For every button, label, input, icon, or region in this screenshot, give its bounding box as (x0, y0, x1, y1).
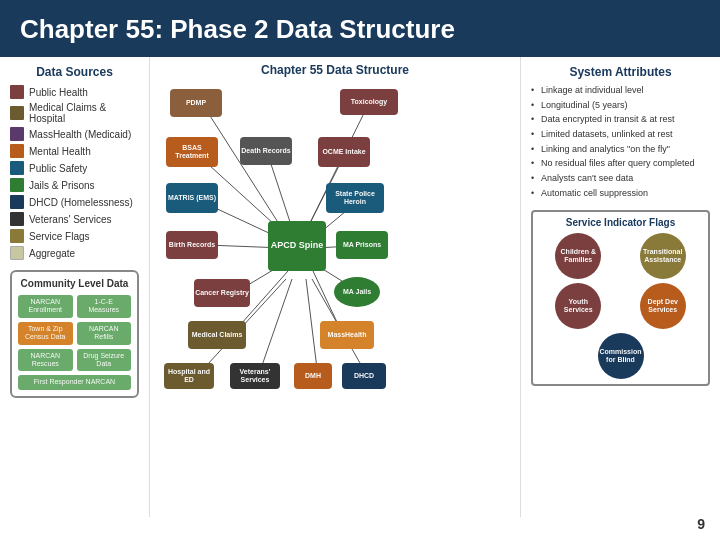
service-flags-title: Service Indicator Flags (538, 217, 703, 228)
legend-label-veterans: Veterans' Services (29, 214, 112, 225)
legend-label-service-flags: Service Flags (29, 231, 90, 242)
masshealth-node: MassHealth (320, 321, 374, 349)
legend-color-medical-claims (10, 106, 24, 120)
legend-masshealth: MassHealth (Medicaid) (10, 127, 139, 141)
main-content: Data Sources Public Health Medical Claim… (0, 57, 720, 517)
narcan-rescues-node: NARCAN Rescues (18, 349, 73, 372)
ice-measures-node: 1-C-E Measures (77, 295, 132, 318)
attr-analytics: Linking and analytics "on the fly" (531, 144, 710, 156)
narcan-refills-node: NARCAN Refills (77, 322, 132, 345)
flag-transitional: Transitional Assistance (640, 233, 686, 279)
svg-line-3 (268, 155, 293, 231)
header-title: Chapter 55: Phase 2 Data Structure (20, 14, 455, 44)
state-police-node: State Police Heroin (326, 183, 384, 213)
first-responder-node: First Responder NARCAN (18, 375, 131, 389)
attr-cell-suppression: Automatic cell suppression (531, 188, 710, 200)
legend-color-masshealth (10, 127, 24, 141)
birth-records-node: Birth Records (166, 231, 218, 259)
ch55-title: Chapter 55 Data Structure (158, 63, 512, 77)
community-row-1: NARCAN Enrollment 1-C-E Measures (18, 295, 131, 318)
dhcd-node: DHCD (342, 363, 386, 389)
attr-longitudinal: Longitudinal (5 years) (531, 100, 710, 112)
hospital-ed-node: Hospital and ED (164, 363, 214, 389)
flag-youth: Youth Services (555, 283, 601, 329)
legend-medical-claims: Medical Claims & Hospital (10, 102, 139, 124)
matris-node: MATRIS (EMS) (166, 183, 218, 213)
legend-service-flags: Service Flags (10, 229, 139, 243)
attr-limited: Limited datasets, unlinked at rest (531, 129, 710, 141)
legend-color-dhcd (10, 195, 24, 209)
legend-label-medical-claims: Medical Claims & Hospital (29, 102, 139, 124)
flag-commission-row: Commission for Blind (538, 333, 703, 379)
dmh-node: DMH (294, 363, 332, 389)
legend-color-public-health (10, 85, 24, 99)
service-indicator-flags: Service Indicator Flags Children & Famil… (531, 210, 710, 386)
legend-label-masshealth: MassHealth (Medicaid) (29, 129, 131, 140)
data-flow-diagram: PDMP Toxicology BSAS Treatment Death Rec… (158, 83, 512, 428)
medical-claims-node: Medical Claims (188, 321, 246, 349)
drug-seizure-node: Drug Seizure Data (77, 349, 132, 372)
legend-label-dhcd: DHCD (Homelessness) (29, 197, 133, 208)
apcd-spine-node: APCD Spine (268, 221, 326, 271)
middle-panel: Chapter 55 Data Structure (150, 57, 520, 517)
slide: Chapter 55: Phase 2 Data Structure Data … (0, 0, 720, 540)
community-grid: NARCAN Enrollment 1-C-E Measures Town & … (18, 295, 131, 390)
legend-label-public-health: Public Health (29, 87, 88, 98)
legend-label-jails-prisons: Jails & Prisons (29, 180, 95, 191)
attributes-list: Linkage at individual level Longitudinal… (531, 85, 710, 200)
svg-line-0 (205, 108, 288, 238)
left-panel: Data Sources Public Health Medical Claim… (0, 57, 150, 517)
flag-commission-blind: Commission for Blind (598, 333, 644, 379)
veterans-node: Veterans' Services (230, 363, 280, 389)
legend-public-health: Public Health (10, 85, 139, 99)
right-panel: System Attributes Linkage at individual … (520, 57, 720, 517)
legend-color-veterans (10, 212, 24, 226)
legend-color-service-flags (10, 229, 24, 243)
community-level-title: Community Level Data (18, 278, 131, 289)
header: Chapter 55: Phase 2 Data Structure (0, 0, 720, 57)
legend-jails-prisons: Jails & Prisons (10, 178, 139, 192)
attr-analysts: Analysts can't see data (531, 173, 710, 185)
legend-aggregate: Aggregate (10, 246, 139, 260)
legend-label-aggregate: Aggregate (29, 248, 75, 259)
legend-label-mental-health: Mental Health (29, 146, 91, 157)
system-attributes-title: System Attributes (531, 65, 710, 79)
flag-dept-dev: Dept Dev Services (640, 283, 686, 329)
legend-color-mental-health (10, 144, 24, 158)
bsas-node: BSAS Treatment (166, 137, 218, 167)
flag-children-families: Children & Families (555, 233, 601, 279)
data-sources-title: Data Sources (10, 65, 139, 79)
page-number: 9 (697, 516, 705, 532)
community-level-data-box: Community Level Data NARCAN Enrollment 1… (10, 270, 139, 398)
legend-public-safety: Public Safety (10, 161, 139, 175)
death-records-node: Death Records (240, 137, 292, 165)
legend-veterans: Veterans' Services (10, 212, 139, 226)
attr-encrypted: Data encrypted in transit & at rest (531, 114, 710, 126)
community-row-4: First Responder NARCAN (18, 375, 131, 389)
legend-dhcd: DHCD (Homelessness) (10, 195, 139, 209)
ma-jails-node: MA Jails (334, 277, 380, 307)
legend-color-jails-prisons (10, 178, 24, 192)
ocme-node: OCME Intake (318, 137, 370, 167)
town-zip-node: Town & Zip Census Data (18, 322, 73, 345)
legend-color-aggregate (10, 246, 24, 260)
cancer-registry-node: Cancer Registry (194, 279, 250, 307)
community-row-2: Town & Zip Census Data NARCAN Refills (18, 322, 131, 345)
ma-prisons-node: MA Prisons (336, 231, 388, 259)
narcan-enrollment-node: NARCAN Enrollment (18, 295, 73, 318)
pdmp-node: PDMP (170, 89, 222, 117)
attr-no-residual: No residual files after query completed (531, 158, 710, 170)
attr-linkage: Linkage at individual level (531, 85, 710, 97)
legend-label-public-safety: Public Safety (29, 163, 87, 174)
toxicology-node: Toxicology (340, 89, 398, 115)
flags-grid: Children & Families Transitional Assista… (538, 233, 703, 329)
community-row-3: NARCAN Rescues Drug Seizure Data (18, 349, 131, 372)
legend-color-public-safety (10, 161, 24, 175)
legend-mental-health: Mental Health (10, 144, 139, 158)
